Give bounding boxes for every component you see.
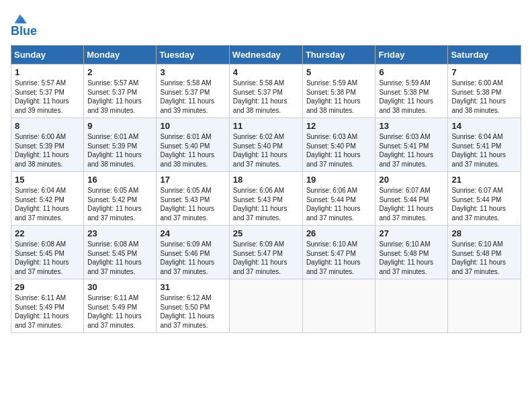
day-info: Sunrise: 6:10 AMSunset: 5:47 PMDaylight:… bbox=[306, 240, 372, 276]
calendar-cell bbox=[302, 279, 375, 333]
day-number: 17 bbox=[160, 175, 225, 185]
day-info: Sunrise: 6:06 AMSunset: 5:44 PMDaylight:… bbox=[306, 186, 372, 222]
day-number: 1 bbox=[15, 67, 80, 77]
page-header: Blue bbox=[11, 11, 521, 38]
day-info: Sunrise: 6:08 AMSunset: 5:45 PMDaylight:… bbox=[15, 240, 80, 276]
day-info: Sunrise: 6:00 AMSunset: 5:39 PMDaylight:… bbox=[15, 132, 80, 169]
day-info: Sunrise: 5:57 AMSunset: 5:37 PMDaylight:… bbox=[87, 79, 152, 115]
weekday-header-tuesday: Tuesday bbox=[157, 46, 229, 64]
day-info: Sunrise: 6:04 AMSunset: 5:41 PMDaylight:… bbox=[451, 132, 517, 169]
day-info: Sunrise: 6:07 AMSunset: 5:44 PMDaylight:… bbox=[379, 186, 444, 222]
day-number: 10 bbox=[160, 121, 225, 131]
calendar-cell: 3Sunrise: 5:58 AMSunset: 5:37 PMDaylight… bbox=[157, 64, 229, 118]
calendar-cell: 29Sunrise: 6:11 AMSunset: 5:49 PMDayligh… bbox=[11, 279, 84, 333]
calendar-cell: 23Sunrise: 6:08 AMSunset: 5:45 PMDayligh… bbox=[84, 226, 157, 279]
day-info: Sunrise: 6:12 AMSunset: 5:50 PMDaylight:… bbox=[160, 293, 225, 330]
calendar-cell: 21Sunrise: 6:07 AMSunset: 5:44 PMDayligh… bbox=[448, 172, 521, 226]
day-info: Sunrise: 6:06 AMSunset: 5:43 PMDaylight:… bbox=[233, 186, 299, 222]
day-info: Sunrise: 6:07 AMSunset: 5:44 PMDaylight:… bbox=[451, 186, 517, 222]
day-number: 3 bbox=[160, 67, 225, 77]
day-number: 4 bbox=[233, 67, 299, 77]
day-number: 20 bbox=[379, 175, 444, 185]
calendar-cell bbox=[229, 279, 302, 333]
day-info: Sunrise: 6:04 AMSunset: 5:42 PMDaylight:… bbox=[15, 186, 80, 222]
calendar-cell: 15Sunrise: 6:04 AMSunset: 5:42 PMDayligh… bbox=[11, 172, 84, 226]
day-info: Sunrise: 6:01 AMSunset: 5:39 PMDaylight:… bbox=[87, 132, 152, 169]
day-info: Sunrise: 6:11 AMSunset: 5:49 PMDaylight:… bbox=[15, 293, 80, 330]
weekday-header-saturday: Saturday bbox=[448, 46, 521, 64]
logo-blue: Blue bbox=[11, 24, 37, 38]
day-number: 12 bbox=[306, 121, 372, 131]
calendar-cell: 4Sunrise: 5:58 AMSunset: 5:37 PMDaylight… bbox=[229, 64, 302, 118]
day-number: 23 bbox=[87, 228, 152, 238]
day-info: Sunrise: 6:10 AMSunset: 5:48 PMDaylight:… bbox=[451, 240, 517, 276]
day-number: 11 bbox=[233, 121, 299, 131]
day-number: 15 bbox=[15, 175, 80, 185]
weekday-header-sunday: Sunday bbox=[11, 46, 84, 64]
day-info: Sunrise: 6:09 AMSunset: 5:46 PMDaylight:… bbox=[160, 240, 225, 276]
calendar-cell: 30Sunrise: 6:11 AMSunset: 5:49 PMDayligh… bbox=[84, 279, 157, 333]
calendar-cell: 9Sunrise: 6:01 AMSunset: 5:39 PMDaylight… bbox=[84, 118, 157, 172]
day-info: Sunrise: 6:01 AMSunset: 5:40 PMDaylight:… bbox=[160, 132, 225, 169]
calendar-cell: 19Sunrise: 6:06 AMSunset: 5:44 PMDayligh… bbox=[302, 172, 375, 226]
day-info: Sunrise: 6:09 AMSunset: 5:47 PMDaylight:… bbox=[233, 240, 299, 276]
day-number: 31 bbox=[160, 282, 225, 292]
weekday-header-monday: Monday bbox=[84, 46, 157, 64]
calendar-cell: 2Sunrise: 5:57 AMSunset: 5:37 PMDaylight… bbox=[84, 64, 157, 118]
calendar-cell: 5Sunrise: 5:59 AMSunset: 5:38 PMDaylight… bbox=[302, 64, 375, 118]
day-info: Sunrise: 6:03 AMSunset: 5:41 PMDaylight:… bbox=[379, 132, 444, 169]
day-number: 25 bbox=[233, 228, 299, 238]
day-info: Sunrise: 5:59 AMSunset: 5:38 PMDaylight:… bbox=[306, 79, 372, 115]
calendar-cell: 14Sunrise: 6:04 AMSunset: 5:41 PMDayligh… bbox=[448, 118, 521, 172]
calendar-cell: 6Sunrise: 5:59 AMSunset: 5:38 PMDaylight… bbox=[375, 64, 448, 118]
day-info: Sunrise: 6:05 AMSunset: 5:43 PMDaylight:… bbox=[160, 186, 225, 222]
calendar-cell: 27Sunrise: 6:10 AMSunset: 5:48 PMDayligh… bbox=[375, 226, 448, 279]
day-number: 6 bbox=[379, 67, 444, 77]
calendar-cell: 17Sunrise: 6:05 AMSunset: 5:43 PMDayligh… bbox=[157, 172, 229, 226]
day-number: 19 bbox=[306, 175, 372, 185]
calendar: SundayMondayTuesdayWednesdayThursdayFrid… bbox=[11, 45, 521, 333]
calendar-cell: 24Sunrise: 6:09 AMSunset: 5:46 PMDayligh… bbox=[157, 226, 229, 279]
calendar-cell: 12Sunrise: 6:03 AMSunset: 5:40 PMDayligh… bbox=[302, 118, 375, 172]
day-number: 22 bbox=[15, 228, 80, 238]
calendar-cell: 26Sunrise: 6:10 AMSunset: 5:47 PMDayligh… bbox=[302, 226, 375, 279]
day-info: Sunrise: 6:03 AMSunset: 5:40 PMDaylight:… bbox=[306, 132, 372, 169]
day-info: Sunrise: 6:08 AMSunset: 5:45 PMDaylight:… bbox=[87, 240, 152, 276]
day-info: Sunrise: 6:00 AMSunset: 5:38 PMDaylight:… bbox=[451, 79, 517, 115]
day-info: Sunrise: 5:57 AMSunset: 5:37 PMDaylight:… bbox=[15, 79, 80, 115]
day-number: 24 bbox=[160, 228, 225, 238]
calendar-cell: 18Sunrise: 6:06 AMSunset: 5:43 PMDayligh… bbox=[229, 172, 302, 226]
day-info: Sunrise: 5:58 AMSunset: 5:37 PMDaylight:… bbox=[233, 79, 299, 115]
day-number: 30 bbox=[87, 282, 152, 292]
day-info: Sunrise: 5:58 AMSunset: 5:37 PMDaylight:… bbox=[160, 79, 225, 115]
day-info: Sunrise: 5:59 AMSunset: 5:38 PMDaylight:… bbox=[379, 79, 444, 115]
day-info: Sunrise: 6:11 AMSunset: 5:49 PMDaylight:… bbox=[87, 293, 152, 330]
day-number: 28 bbox=[451, 228, 517, 238]
weekday-header-wednesday: Wednesday bbox=[229, 46, 302, 64]
day-number: 8 bbox=[15, 121, 80, 131]
weekday-header-thursday: Thursday bbox=[302, 46, 375, 64]
calendar-cell: 16Sunrise: 6:05 AMSunset: 5:42 PMDayligh… bbox=[84, 172, 157, 226]
day-info: Sunrise: 6:02 AMSunset: 5:40 PMDaylight:… bbox=[233, 132, 299, 169]
calendar-cell bbox=[375, 279, 448, 333]
calendar-cell: 22Sunrise: 6:08 AMSunset: 5:45 PMDayligh… bbox=[11, 226, 84, 279]
day-number: 27 bbox=[379, 228, 444, 238]
day-info: Sunrise: 6:10 AMSunset: 5:48 PMDaylight:… bbox=[379, 240, 444, 276]
calendar-cell: 10Sunrise: 6:01 AMSunset: 5:40 PMDayligh… bbox=[157, 118, 229, 172]
calendar-cell: 13Sunrise: 6:03 AMSunset: 5:41 PMDayligh… bbox=[375, 118, 448, 172]
day-number: 7 bbox=[451, 67, 517, 77]
calendar-cell: 11Sunrise: 6:02 AMSunset: 5:40 PMDayligh… bbox=[229, 118, 302, 172]
calendar-cell: 7Sunrise: 6:00 AMSunset: 5:38 PMDaylight… bbox=[448, 64, 521, 118]
calendar-cell bbox=[448, 279, 521, 333]
calendar-cell: 20Sunrise: 6:07 AMSunset: 5:44 PMDayligh… bbox=[375, 172, 448, 226]
day-number: 5 bbox=[306, 67, 372, 77]
weekday-header-friday: Friday bbox=[375, 46, 448, 64]
day-number: 13 bbox=[379, 121, 444, 131]
calendar-cell: 31Sunrise: 6:12 AMSunset: 5:50 PMDayligh… bbox=[157, 279, 229, 333]
day-number: 21 bbox=[451, 175, 517, 185]
day-info: Sunrise: 6:05 AMSunset: 5:42 PMDaylight:… bbox=[87, 186, 152, 222]
day-number: 2 bbox=[87, 67, 152, 77]
logo: Blue bbox=[11, 11, 37, 38]
calendar-cell: 1Sunrise: 5:57 AMSunset: 5:37 PMDaylight… bbox=[11, 64, 84, 118]
day-number: 16 bbox=[87, 175, 152, 185]
